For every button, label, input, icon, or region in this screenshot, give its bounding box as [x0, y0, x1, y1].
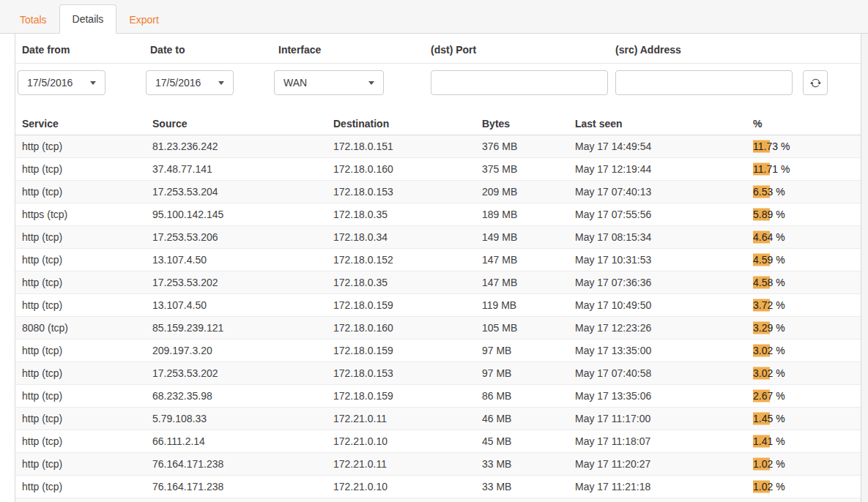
cell-last-seen: May 17 13:35:06: [575, 390, 753, 402]
cell-percent: 3.29 %: [753, 322, 861, 334]
col-header-last-seen: Last seen: [575, 118, 753, 130]
cell-last-seen: May 17 11:18:07: [575, 435, 753, 447]
cell-bytes: 147 MB: [482, 277, 575, 288]
filter-labels-row: Date from Date to Interface (dst) Port (…: [15, 34, 861, 64]
cell-source: 13.107.4.50: [152, 254, 333, 266]
cell-source: 85.159.239.121: [152, 322, 333, 334]
cell-destination: 172.18.0.35: [333, 277, 482, 288]
cell-source: 13.107.4.50: [152, 299, 333, 311]
cell-source: 209.197.3.20: [152, 345, 333, 356]
cell-service: http (tcp): [22, 186, 152, 198]
percent-value: 11.71 %: [753, 163, 790, 175]
col-header-destination: Destination: [333, 118, 482, 130]
cell-destination: 172.18.0.151: [333, 141, 482, 152]
percent-value: 3.02 %: [753, 345, 785, 356]
partial-next-row: [15, 498, 861, 502]
percent-value: 5.89 %: [753, 209, 785, 220]
percent-value: 1.41 %: [753, 435, 785, 447]
table-row: http (tcp)81.23.236.242172.18.0.151376 M…: [15, 135, 861, 158]
table-row: http (tcp)17.253.53.206172.18.0.34149 MB…: [15, 226, 861, 249]
interface-label: Interface: [274, 44, 384, 56]
cell-source: 66.111.2.14: [152, 435, 333, 447]
table-row: http (tcp)76.164.171.238172.21.0.1133 MB…: [15, 453, 861, 476]
date-from-label: Date from: [18, 44, 105, 56]
cell-destination: 172.18.0.160: [333, 163, 482, 175]
cell-percent: 4.64 %: [753, 231, 861, 243]
cell-service: http (tcp): [22, 163, 152, 175]
tab-totals[interactable]: Totals: [7, 6, 59, 34]
cell-destination: 172.21.0.11: [333, 458, 482, 470]
cell-last-seen: May 17 10:31:53: [575, 254, 753, 266]
table-row: http (tcp)66.111.2.14172.21.0.1045 MBMay…: [15, 430, 861, 453]
percent-value: 11.73 %: [753, 141, 790, 152]
tab-details[interactable]: Details: [59, 4, 117, 34]
cell-service: http (tcp): [22, 458, 152, 470]
cell-bytes: 46 MB: [482, 413, 575, 424]
cell-service: http (tcp): [22, 141, 152, 152]
cell-source: 95.100.142.145: [152, 209, 333, 220]
cell-source: 17.253.53.204: [152, 186, 333, 198]
col-header-bytes: Bytes: [482, 118, 575, 130]
cell-last-seen: May 17 11:21:18: [575, 481, 753, 492]
cell-source: 76.164.171.238: [152, 458, 333, 470]
cell-service: https (tcp): [22, 209, 152, 220]
cell-last-seen: May 17 07:40:58: [575, 367, 753, 379]
cell-source: 17.253.53.202: [152, 277, 333, 288]
cell-service: http (tcp): [22, 254, 152, 266]
cell-bytes: 149 MB: [482, 231, 575, 243]
table-header-row: Service Source Destination Bytes Last se…: [15, 113, 861, 135]
cell-last-seen: May 17 07:55:56: [575, 209, 753, 220]
table-row: http (tcp)17.253.53.204172.18.0.153209 M…: [15, 181, 861, 203]
table-row: 8080 (tcp)85.159.239.121172.18.0.160105 …: [15, 317, 861, 340]
cell-percent: 1.41 %: [753, 435, 861, 447]
table-row: http (tcp)68.232.35.98172.18.0.15986 MBM…: [15, 385, 861, 408]
cell-source: 37.48.77.141: [152, 163, 333, 175]
cell-service: http (tcp): [22, 299, 152, 311]
percent-value: 1.45 %: [753, 413, 785, 424]
cell-source: 81.23.236.242: [152, 141, 333, 152]
cell-destination: 172.18.0.160: [333, 322, 482, 334]
dst-port-label: (dst) Port: [431, 44, 608, 56]
interface-value: WAN: [283, 77, 307, 89]
src-address-input[interactable]: [615, 70, 793, 95]
cell-service: http (tcp): [22, 481, 152, 492]
cell-last-seen: May 17 11:17:00: [575, 413, 753, 424]
cell-percent: 6.53 %: [753, 186, 861, 198]
refresh-button[interactable]: [803, 70, 828, 95]
cell-bytes: 33 MB: [482, 481, 575, 492]
cell-bytes: 119 MB: [482, 299, 575, 311]
cell-destination: 172.18.0.34: [333, 231, 482, 243]
cell-percent: 1.02 %: [753, 481, 861, 492]
percent-value: 3.02 %: [753, 367, 785, 379]
right-gutter: [861, 34, 868, 502]
cell-last-seen: May 17 12:23:26: [575, 322, 753, 334]
cell-last-seen: May 17 07:40:13: [575, 186, 753, 198]
cell-last-seen: May 17 13:35:00: [575, 345, 753, 356]
cell-bytes: 147 MB: [482, 254, 575, 266]
cell-service: http (tcp): [22, 435, 152, 447]
percent-value: 3.72 %: [753, 299, 785, 311]
cell-last-seen: May 17 14:49:54: [575, 141, 753, 152]
interface-select[interactable]: WAN: [274, 70, 384, 95]
cell-last-seen: May 17 08:15:34: [575, 231, 753, 243]
table-row: http (tcp)37.48.77.141172.18.0.160375 MB…: [15, 158, 861, 181]
tab-export[interactable]: Export: [116, 6, 171, 34]
cell-percent: 1.02 %: [753, 458, 861, 470]
cell-bytes: 45 MB: [482, 435, 575, 447]
cell-source: 76.164.171.238: [152, 481, 333, 492]
cell-destination: 172.18.0.153: [333, 367, 482, 379]
chevron-down-icon: [90, 81, 96, 85]
cell-service: http (tcp): [22, 367, 152, 379]
cell-percent: 11.71 %: [753, 163, 861, 175]
cell-destination: 172.21.0.10: [333, 435, 482, 447]
table-row: http (tcp)13.107.4.50172.18.0.152147 MBM…: [15, 249, 861, 271]
date-from-select[interactable]: 17/5/2016: [18, 70, 105, 95]
cell-source: 17.253.53.206: [152, 231, 333, 243]
dst-port-input[interactable]: [431, 70, 608, 95]
src-address-label: (src) Address: [615, 44, 793, 56]
cell-percent: 11.73 %: [753, 141, 861, 152]
percent-value: 4.59 %: [753, 254, 785, 266]
date-to-value: 17/5/2016: [155, 77, 201, 89]
date-to-select[interactable]: 17/5/2016: [146, 70, 234, 95]
cell-service: http (tcp): [22, 413, 152, 424]
